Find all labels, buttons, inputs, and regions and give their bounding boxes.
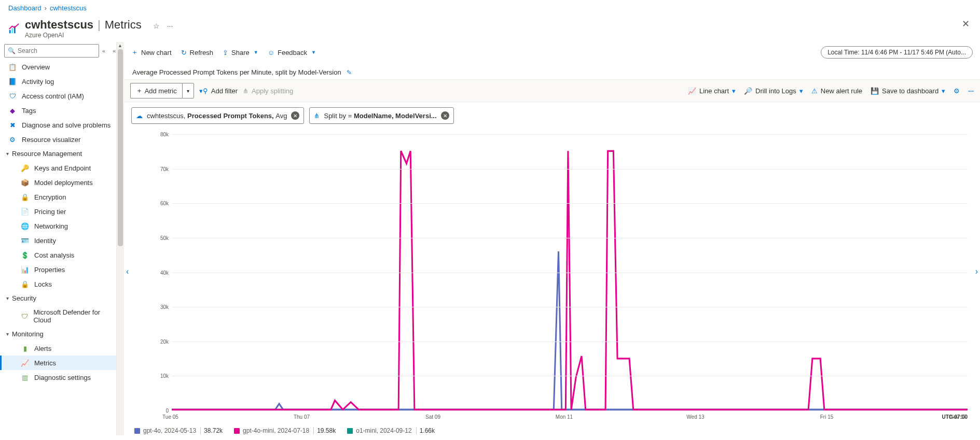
- split-icon: ⋔: [243, 87, 249, 95]
- sidebar-item-microsoft-defender-for-cloud[interactable]: 🛡Microsoft Defender for Cloud: [0, 305, 116, 327]
- chart-type-dropdown[interactable]: 📈 Line chart ▾: [688, 87, 736, 95]
- share-button[interactable]: ⇪ Share ▼: [223, 49, 258, 56]
- nav-item-label: Encryption: [34, 193, 66, 201]
- collapse-sidebar-icon[interactable]: «: [102, 48, 105, 54]
- new-chart-button[interactable]: ＋ New chart: [131, 48, 172, 57]
- sidebar-item-overview[interactable]: 📋Overview: [0, 60, 116, 74]
- chart-plot[interactable]: 010k20k30k40k50k60k70k80k: [151, 134, 968, 410]
- sidebar-item-diagnostic-settings[interactable]: ▥Diagnostic settings: [0, 370, 116, 385]
- legend-label: gpt-4o, 2024-05-13: [143, 427, 196, 434]
- y-axis-label: 0: [151, 408, 169, 414]
- nav-item-label: Locks: [34, 280, 52, 288]
- prev-chart-arrow[interactable]: ‹: [126, 267, 129, 276]
- more-actions-icon[interactable]: ···: [167, 22, 173, 30]
- favorite-star-icon[interactable]: ☆: [153, 22, 160, 30]
- sidebar-group-security[interactable]: ▾Security: [0, 291, 116, 305]
- split-pill[interactable]: ⋔ Split by = ModelName, ModelVersi... ✕: [309, 107, 453, 124]
- save-to-dashboard-button[interactable]: 💾 Save to dashboard ▾: [871, 87, 945, 95]
- more-options-icon[interactable]: ···: [968, 87, 974, 95]
- nav-item-label: Overview: [22, 63, 50, 71]
- sidebar-item-pricing-tier[interactable]: 📄Pricing tier: [0, 204, 116, 219]
- plus-icon: ＋: [136, 86, 143, 95]
- main-content: ＋ New chart ↻ Refresh ⇪ Share ▼ ☺ Feedba…: [124, 42, 980, 435]
- breadcrumb-resource[interactable]: cwhtestscus: [50, 4, 87, 12]
- sidebar-item-access-control-iam-[interactable]: 🛡Access control (IAM): [0, 89, 116, 103]
- sidebar-item-cost-analysis[interactable]: 💲Cost analysis: [0, 248, 116, 262]
- nav-group-label: Resource Management: [12, 150, 82, 158]
- x-axis-label: Fri 15: [820, 414, 834, 420]
- page-subtitle: Azure OpenAI: [25, 32, 173, 39]
- refresh-button[interactable]: ↻ Refresh: [181, 49, 214, 56]
- nav-item-label: Tags: [22, 107, 36, 115]
- nav-item-label: Model deployments: [34, 179, 93, 187]
- metric-config-bar: ＋ Add metric ▾ ▾⚲ Add filter ⋔ Apply spl…: [124, 79, 980, 102]
- y-axis-label: 30k: [151, 304, 169, 310]
- sidebar-scrollbar-thumb[interactable]: [118, 49, 123, 246]
- y-axis-label: 80k: [151, 132, 169, 137]
- nav-item-icon: 📦: [21, 178, 29, 187]
- nav-item-icon: 🔒: [21, 280, 29, 288]
- nav-item-label: Properties: [34, 266, 65, 274]
- sidebar-search-input[interactable]: [18, 47, 95, 54]
- gridline: [172, 134, 968, 135]
- chart-legend: gpt-4o, 2024-05-1338.72kgpt-4o-mini, 202…: [134, 427, 435, 434]
- drill-into-logs-button[interactable]: 🔎 Drill into Logs ▾: [744, 87, 803, 95]
- series-line: [172, 151, 968, 409]
- chevron-down-icon: ▾: [6, 151, 9, 157]
- sidebar-search[interactable]: 🔍: [4, 44, 99, 58]
- sidebar-item-diagnose-and-solve-problems[interactable]: ✖Diagnose and solve problems: [0, 118, 116, 132]
- metric-pill[interactable]: ☁ cwhtestscus, Processed Prompt Tokens, …: [131, 107, 304, 124]
- remove-pill-icon[interactable]: ✕: [291, 111, 299, 120]
- gridline: [172, 410, 968, 411]
- collapse-menu-icon[interactable]: «: [113, 48, 116, 54]
- sidebar-item-model-deployments[interactable]: 📦Model deployments: [0, 175, 116, 190]
- sidebar-item-metrics[interactable]: 📈Metrics: [0, 356, 116, 370]
- sidebar-group-resource-management[interactable]: ▾Resource Management: [0, 147, 116, 161]
- nav-item-icon: 🔒: [21, 193, 29, 201]
- legend-value: 19.58k: [313, 427, 336, 434]
- legend-item[interactable]: o1-mini, 2024-09-121.66k: [347, 427, 435, 434]
- legend-swatch: [134, 428, 140, 434]
- sidebar-group-monitoring[interactable]: ▾Monitoring: [0, 327, 116, 341]
- add-metric-button[interactable]: ＋ Add metric ▾: [130, 83, 194, 98]
- sidebar-item-tags[interactable]: ◆Tags: [0, 103, 116, 118]
- sidebar-item-identity[interactable]: 🪪Identity: [0, 233, 116, 248]
- time-range-picker[interactable]: Local Time: 11/4 6:46 PM - 11/17 5:46 PM…: [821, 46, 973, 59]
- breadcrumb: Dashboard › cwhtestscus: [0, 0, 980, 16]
- sidebar-item-networking[interactable]: 🌐Networking: [0, 219, 116, 233]
- sidebar-item-alerts[interactable]: ▮Alerts: [0, 341, 116, 356]
- sidebar-item-keys-and-endpoint[interactable]: 🔑Keys and Endpoint: [0, 161, 116, 175]
- legend-item[interactable]: gpt-4o, 2024-05-1338.72k: [134, 427, 223, 434]
- remove-pill-icon[interactable]: ✕: [441, 111, 449, 120]
- chevron-down-icon: ▾: [187, 88, 189, 94]
- new-alert-rule-button[interactable]: ⚠ New alert rule: [811, 87, 862, 95]
- next-chart-arrow[interactable]: ›: [975, 267, 978, 276]
- scroll-up-arrow[interactable]: ▲: [118, 43, 122, 48]
- chart-title-row: Average Processed Prompt Tokens per Minu…: [124, 63, 980, 79]
- share-icon: ⇪: [223, 49, 228, 56]
- chart-area: ‹ › 010k20k30k40k50k60k70k80k gpt-4o, 20…: [124, 129, 980, 435]
- feedback-button[interactable]: ☺ Feedback ▼: [268, 49, 316, 56]
- gridline: [172, 307, 968, 307]
- legend-item[interactable]: gpt-4o-mini, 2024-07-1819.58k: [234, 427, 336, 434]
- search-icon: 🔍: [8, 47, 16, 54]
- nav-item-icon: 🌐: [21, 222, 29, 230]
- breadcrumb-dashboard[interactable]: Dashboard: [8, 4, 42, 12]
- sidebar-scrollbar[interactable]: ▲: [117, 42, 124, 435]
- y-axis-label: 60k: [151, 201, 169, 206]
- add-metric-dropdown[interactable]: ▾: [182, 83, 194, 98]
- sidebar-item-resource-visualizer[interactable]: ⚙Resource visualizer: [0, 132, 116, 147]
- sidebar-item-locks[interactable]: 🔒Locks: [0, 277, 116, 291]
- add-filter-button[interactable]: ▾⚲ Add filter: [199, 87, 238, 95]
- close-blade-button[interactable]: ✕: [962, 18, 970, 30]
- x-axis-label: Nov 17: [950, 414, 967, 420]
- edit-title-icon[interactable]: ✎: [347, 69, 352, 76]
- gridline: [172, 169, 968, 169]
- nav-item-label: Diagnose and solve problems: [22, 121, 111, 129]
- sidebar-item-properties[interactable]: 📊Properties: [0, 262, 116, 277]
- sidebar-item-encryption[interactable]: 🔒Encryption: [0, 190, 116, 204]
- page-header: cwhtestscus | Metrics ☆ ··· Azure OpenAI…: [0, 16, 980, 42]
- sidebar-item-activity-log[interactable]: 📘Activity log: [0, 74, 116, 89]
- sidebar: 🔍 « « 📋Overview📘Activity log🛡Access cont…: [0, 42, 117, 435]
- settings-gear-icon[interactable]: ⚙: [954, 87, 960, 95]
